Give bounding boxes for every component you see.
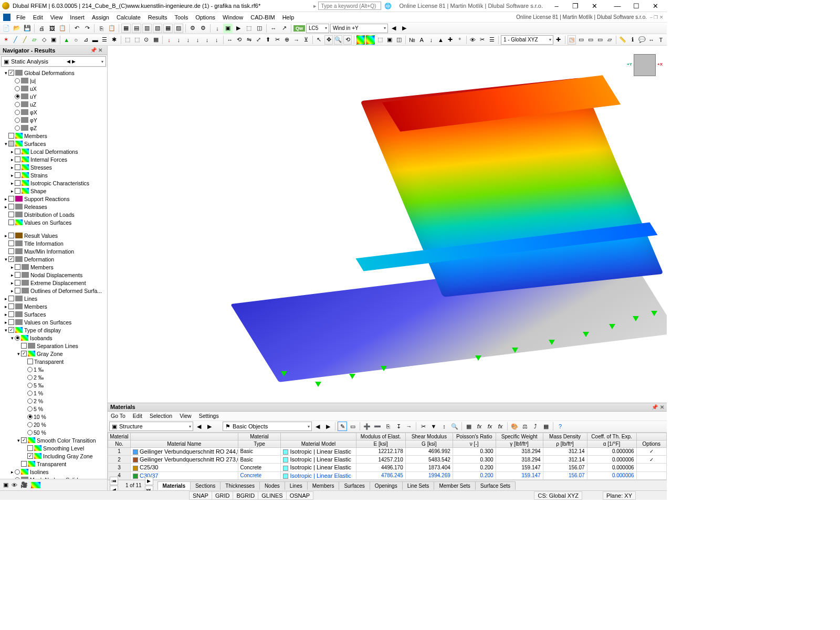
panel-close-icon[interactable]: ✕ bbox=[660, 404, 664, 410]
scale-icon[interactable]: ⤢ bbox=[254, 35, 262, 45]
tree-item[interactable]: uY bbox=[1, 92, 107, 100]
tree-item[interactable]: 2 ‰ bbox=[1, 373, 107, 381]
nav-tab-data-icon[interactable]: ▣ bbox=[3, 481, 8, 488]
tree-item[interactable]: ▸Members bbox=[1, 302, 107, 310]
maximize-button[interactable]: ☐ bbox=[627, 0, 646, 12]
status-osnap[interactable]: OSNAP bbox=[286, 491, 314, 500]
table-row[interactable]: 3C25/30ConcreteIsotropic | Linear Elasti… bbox=[108, 464, 667, 471]
checkbox[interactable] bbox=[8, 256, 14, 262]
tree-item[interactable]: uZ bbox=[1, 100, 107, 108]
child-window-controls[interactable]: – ❐ ✕ bbox=[650, 15, 664, 20]
opening-icon[interactable]: ◇ bbox=[40, 35, 48, 45]
minimize-button[interactable]: — bbox=[608, 0, 627, 12]
pan-icon[interactable]: ✥ bbox=[324, 35, 333, 45]
nav-next2-icon[interactable]: ▶ bbox=[323, 422, 333, 431]
connect-icon[interactable]: ⊕ bbox=[283, 35, 291, 45]
calc-icon[interactable]: ⚙ bbox=[188, 24, 197, 33]
arrow-icon[interactable]: ↗ bbox=[279, 24, 289, 33]
text-icon[interactable]: T bbox=[657, 35, 665, 45]
print-graphic-icon[interactable]: 🖼 bbox=[47, 24, 57, 33]
radio[interactable] bbox=[27, 391, 33, 396]
animate-icon[interactable]: ▶ bbox=[234, 24, 243, 33]
menu-window[interactable]: Window bbox=[219, 13, 247, 22]
radio[interactable] bbox=[27, 398, 33, 404]
zoom-icon[interactable]: 🔍 bbox=[334, 35, 342, 45]
tree-item[interactable]: Smoothing Level bbox=[1, 444, 107, 452]
tree-item[interactable]: ▸Extreme Displacement bbox=[1, 279, 107, 287]
visibility-icon[interactable]: 👁 bbox=[469, 35, 477, 45]
checkbox[interactable] bbox=[21, 351, 27, 356]
tree-item[interactable]: 20 % bbox=[1, 421, 107, 428]
set-icon[interactable]: ☰ bbox=[100, 35, 109, 45]
checkbox[interactable] bbox=[8, 141, 14, 146]
menu-options[interactable]: Options bbox=[192, 13, 219, 22]
radio[interactable] bbox=[15, 125, 20, 131]
copy-row-icon[interactable]: ⎘ bbox=[383, 422, 393, 431]
structure-combo[interactable]: ▣Structure bbox=[109, 422, 193, 431]
checkbox[interactable] bbox=[21, 343, 27, 349]
tree-item[interactable]: Transparent bbox=[1, 460, 107, 468]
tree-item[interactable]: ▸Lines bbox=[1, 295, 107, 302]
radio[interactable] bbox=[27, 414, 33, 419]
tree-item[interactable]: 1 % bbox=[1, 389, 107, 397]
open-icon[interactable]: 📂 bbox=[12, 24, 22, 33]
tree-item[interactable]: 2 % bbox=[1, 397, 107, 405]
pointer-icon[interactable]: ↖ bbox=[315, 35, 323, 45]
tree-item[interactable]: 5 ‰ bbox=[1, 381, 107, 389]
radio[interactable] bbox=[27, 430, 33, 435]
select2-icon[interactable]: ⬚ bbox=[133, 35, 141, 45]
checkbox[interactable] bbox=[27, 453, 33, 459]
tree-item[interactable]: ▸Values on Surfaces bbox=[1, 318, 107, 326]
pin-icon[interactable]: 📌 bbox=[90, 47, 97, 54]
checkbox[interactable] bbox=[15, 156, 20, 162]
checkbox[interactable] bbox=[27, 359, 33, 364]
tree-item[interactable]: ▾Global Deformations bbox=[1, 69, 107, 77]
checkbox[interactable] bbox=[15, 180, 20, 186]
table-row[interactable]: 2Geilinger Verbundquerschnitt RO 273,0mm… bbox=[108, 455, 667, 463]
radio[interactable] bbox=[27, 375, 33, 380]
checkbox[interactable] bbox=[8, 303, 14, 309]
first-page-button[interactable]: ⏮ bbox=[110, 477, 118, 485]
load-solid-icon[interactable]: ↓ bbox=[203, 35, 211, 45]
show-loads-icon[interactable]: ↓ bbox=[427, 35, 435, 45]
checkbox[interactable] bbox=[8, 196, 14, 202]
loadcase-combo[interactable]: LC5 bbox=[306, 24, 329, 33]
menu-tools[interactable]: Tools bbox=[171, 13, 192, 22]
show-names-icon[interactable]: A bbox=[417, 35, 426, 45]
checkbox[interactable] bbox=[8, 248, 14, 254]
checkbox[interactable] bbox=[15, 188, 20, 194]
menu-assign[interactable]: Assign bbox=[88, 13, 113, 22]
divide-icon[interactable]: ✂ bbox=[273, 35, 281, 45]
viewport-3d[interactable]: +Y +X bbox=[108, 46, 667, 403]
radio[interactable] bbox=[27, 422, 33, 427]
radio[interactable] bbox=[15, 94, 20, 99]
filter-icon[interactable]: ▼ bbox=[429, 422, 438, 431]
tab-line-sets[interactable]: Line Sets bbox=[402, 481, 435, 490]
wireframe-icon[interactable]: ⬚ bbox=[376, 35, 384, 45]
menu-results[interactable]: Results bbox=[144, 13, 171, 22]
cs-icon[interactable]: ✚ bbox=[554, 35, 563, 45]
show-sup-icon[interactable]: ▲ bbox=[436, 35, 445, 45]
solid-icon[interactable]: ▣ bbox=[49, 35, 58, 45]
tree-item[interactable]: ▸Support Reactions bbox=[1, 195, 107, 203]
panel-icon[interactable]: ▨ bbox=[174, 24, 183, 33]
tab-surface-sets[interactable]: Surface Sets bbox=[475, 481, 516, 490]
tree-item[interactable]: 1 ‰ bbox=[1, 365, 107, 373]
load-member-icon[interactable]: ↓ bbox=[184, 35, 192, 45]
rotate-icon[interactable]: ⟲ bbox=[235, 35, 244, 45]
globe-icon[interactable]: 🌐 bbox=[384, 3, 392, 9]
tree-item[interactable]: 50 % bbox=[1, 428, 107, 436]
nav-results-icon[interactable]: ▧ bbox=[153, 24, 162, 33]
checkbox[interactable] bbox=[15, 149, 20, 154]
tree-item[interactable]: Title Information bbox=[1, 239, 107, 247]
tree-item[interactable]: ▸Local Deformations bbox=[1, 148, 107, 155]
tree-item[interactable]: φX bbox=[1, 108, 107, 116]
nav-prev-icon[interactable]: ◀ bbox=[194, 422, 204, 431]
info-icon[interactable]: ℹ bbox=[628, 35, 636, 45]
new-icon[interactable]: 📄 bbox=[2, 24, 11, 33]
eccentricity-icon[interactable]: ⊿ bbox=[81, 35, 90, 45]
close-button[interactable]: ✕ bbox=[646, 0, 665, 12]
load-free-icon[interactable]: ↓ bbox=[213, 35, 221, 45]
insert-row-icon[interactable]: ↧ bbox=[394, 422, 403, 431]
tree-item[interactable]: ▾Gray Zone bbox=[1, 350, 107, 358]
